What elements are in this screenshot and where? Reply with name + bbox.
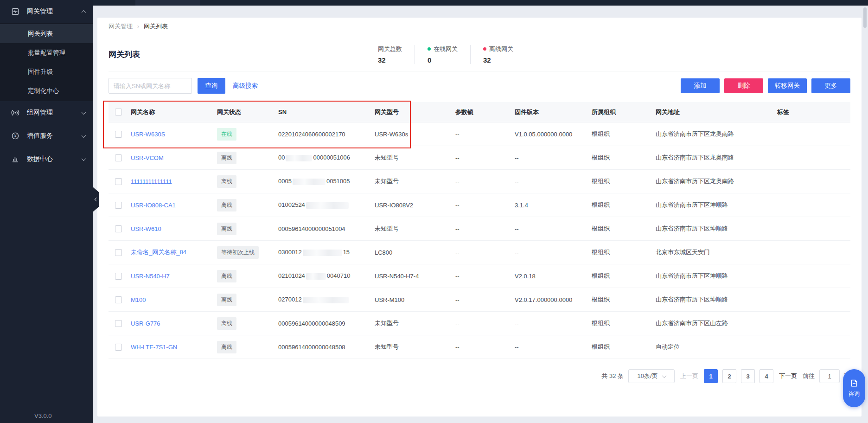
prev-page-button[interactable]: 上一页: [680, 372, 698, 380]
row-checkbox[interactable]: [115, 225, 122, 232]
model-value: USR-N540-H7-4: [375, 273, 455, 280]
page-title: 网关列表: [108, 49, 140, 60]
transfer-gateway-button[interactable]: 转移网关: [768, 78, 807, 93]
sidebar-item-gateway-list[interactable]: 网关列表: [0, 24, 93, 43]
table-row: USR-W610 离线 00059614000000051004 未知型号 --…: [108, 217, 850, 241]
model-value: 未知型号: [375, 224, 455, 233]
gateway-name-link[interactable]: USR-N540-H7: [131, 273, 170, 280]
row-checkbox[interactable]: [115, 296, 122, 303]
gateway-name-link[interactable]: 11111111111111: [131, 178, 172, 185]
status-badge: 离线: [217, 317, 236, 330]
select-all-checkbox[interactable]: [115, 109, 122, 115]
chevron-down-icon: [82, 110, 86, 115]
row-checkbox[interactable]: [115, 320, 122, 327]
row-checkbox[interactable]: [115, 273, 122, 280]
advanced-search-link[interactable]: 高级搜索: [233, 82, 258, 90]
gateway-name-link[interactable]: USR-W610: [131, 225, 161, 232]
stat-label: 离线网关: [489, 45, 513, 53]
org-value: 根组织: [592, 130, 656, 138]
sn-text: 00059614000000051004: [278, 225, 345, 232]
param-lock-value: --: [455, 225, 515, 232]
address-value: 北京市东城区天安门: [656, 248, 777, 256]
sidebar-item-data-center[interactable]: 数据中心: [0, 147, 93, 171]
gateway-name-link[interactable]: USR-W630S: [131, 131, 165, 138]
sn-value: 00059614000000048508: [278, 344, 375, 351]
redaction-blur: [306, 202, 349, 209]
param-lock-value: --: [455, 202, 515, 209]
sn-value: 0270012: [278, 296, 375, 303]
gateway-name-link[interactable]: 未命名_网关名称_84: [131, 249, 186, 256]
firmware-value: V1.0.05.000000.0000: [515, 131, 592, 138]
sn-text: 02201024060600002170: [278, 131, 345, 138]
page-button-1[interactable]: 1: [704, 369, 718, 383]
section-divider: [108, 71, 850, 71]
sidebar-item-network-management[interactable]: 组网管理: [0, 101, 93, 124]
model-value: USR-IO808V2: [375, 202, 455, 209]
delete-button[interactable]: 删除: [724, 78, 763, 93]
model-value: 未知型号: [375, 154, 455, 162]
breadcrumb-current: 网关列表: [144, 22, 168, 31]
row-checkbox[interactable]: [115, 344, 122, 351]
more-button[interactable]: 更多: [811, 78, 850, 93]
model-value: 未知型号: [375, 343, 455, 351]
row-checkbox[interactable]: [115, 249, 122, 256]
redaction-blur: [306, 273, 326, 280]
param-lock-value: --: [455, 296, 515, 303]
row-checkbox[interactable]: [115, 202, 122, 209]
page-button-3[interactable]: 3: [741, 369, 755, 383]
redaction-blur: [286, 155, 312, 161]
gateway-name-link[interactable]: USR-VCOM: [131, 154, 164, 161]
sidebar-item-customization-center[interactable]: 定制化中心: [0, 81, 93, 100]
table-row: WH-LTE-7S1-GN 离线 00059614000000048508 未知…: [108, 335, 850, 359]
goto-label: 前往: [803, 372, 815, 380]
network-management-icon: [11, 108, 20, 117]
search-input[interactable]: [108, 78, 192, 94]
org-value: 根组织: [592, 154, 656, 162]
stat-offline: 离线网关 32: [470, 45, 526, 64]
sidebar-item-firmware-upgrade[interactable]: 固件升级: [0, 62, 93, 81]
row-checkbox[interactable]: [115, 178, 122, 185]
sidebar-item-gateway-management[interactable]: 网关管理: [0, 0, 93, 23]
sidebar-item-value-added-services[interactable]: ¥ 增值服务: [0, 124, 93, 147]
table-body: USR-W630S 在线 02201024060600002170 USR-W6…: [108, 122, 850, 359]
sn-text: 0051005: [326, 178, 350, 185]
param-lock-value: --: [455, 178, 515, 185]
row-checkbox[interactable]: [115, 154, 122, 161]
chevron-down-icon: [662, 373, 666, 378]
page-button-4[interactable]: 4: [760, 369, 773, 383]
breadcrumb-root[interactable]: 网关管理: [108, 22, 133, 31]
sidebar-item-batch-config[interactable]: 批量配置管理: [0, 43, 93, 62]
status-badge: 离线: [217, 175, 236, 188]
breadcrumb: 网关管理 › 网关列表: [108, 22, 850, 31]
pagination: 共 32 条 10条/页 上一页 1 2 3 4 下一页 前往 页: [108, 369, 850, 383]
row-checkbox[interactable]: [115, 131, 122, 138]
sn-text: 0270012: [278, 296, 302, 303]
address-value: 山东省济南市历下区山左路: [656, 319, 777, 327]
gateway-name-link[interactable]: WH-LTE-7S1-GN: [131, 344, 177, 351]
scrollbar-thumb[interactable]: [863, 7, 867, 28]
column-header: 标签: [777, 108, 850, 116]
org-value: 根组织: [592, 248, 656, 256]
status-badge: 离线: [217, 341, 236, 353]
gateway-name-link[interactable]: M100: [131, 296, 146, 303]
page-size-select[interactable]: 10条/页: [628, 369, 675, 383]
address-value: 山东省济南市历下区坤顺路: [656, 295, 777, 304]
add-button[interactable]: 添加: [681, 78, 720, 93]
consult-button[interactable]: 咨询: [843, 369, 865, 407]
page-button-2[interactable]: 2: [722, 369, 736, 383]
next-page-button[interactable]: 下一页: [779, 372, 797, 380]
redaction-blur: [303, 250, 342, 256]
goto-page-input[interactable]: [819, 369, 840, 383]
sn-value: 0000000051006: [278, 154, 375, 161]
chevron-down-icon: [82, 133, 86, 138]
sn-text: 01002524: [278, 201, 305, 208]
page-size-value: 10条/页: [637, 372, 657, 380]
gateway-name-link[interactable]: USR-G776: [131, 320, 160, 327]
sn-text: 0040710: [327, 272, 351, 279]
sidebar-item-label: 数据中心: [27, 155, 82, 163]
query-button[interactable]: 查询: [198, 78, 225, 94]
sn-value: 02201024060600002170: [278, 131, 375, 138]
gateway-name-link[interactable]: USR-IO808-CA1: [131, 202, 176, 209]
redaction-blur: [293, 179, 326, 185]
sn-text: 0300012: [278, 249, 302, 256]
